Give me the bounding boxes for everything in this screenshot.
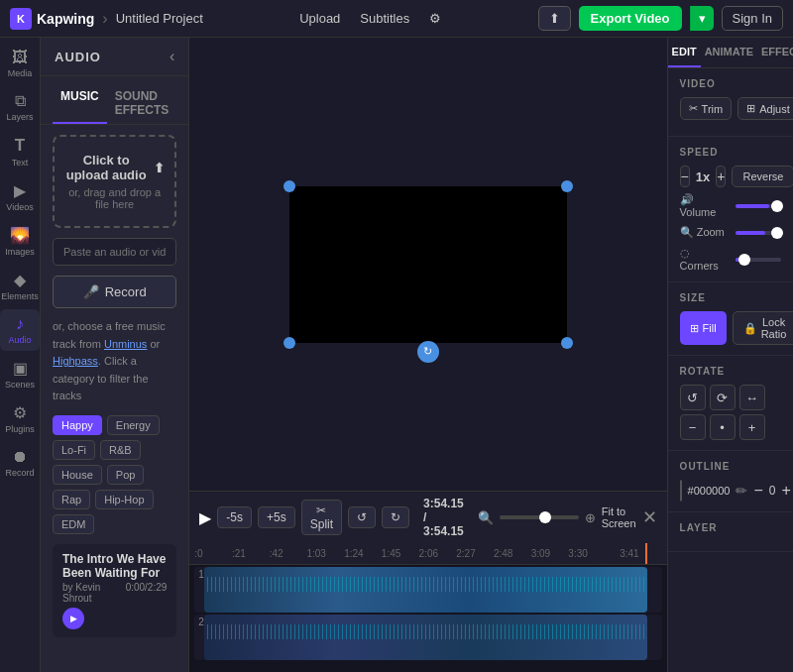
- share-button[interactable]: ⬆: [538, 6, 571, 31]
- upload-btn[interactable]: Upload: [299, 11, 340, 26]
- volume-icon: 🔊: [680, 193, 694, 205]
- tag-house[interactable]: House: [53, 465, 102, 485]
- close-timeline-button[interactable]: ✕: [642, 506, 657, 528]
- rotate-minus-button[interactable]: −: [680, 414, 706, 440]
- track-item[interactable]: The Intro We Have Been Waiting For by Ke…: [53, 544, 176, 637]
- timeline-track-1[interactable]: 1: [194, 567, 661, 613]
- tab-effects[interactable]: EFFECTS: [757, 38, 793, 67]
- size-section-title: SIZE: [680, 292, 781, 303]
- video-buttons: ✂ Trim ⊞ Adjust ⊡ Crop: [680, 97, 781, 120]
- fill-icon: ⊞: [690, 322, 699, 335]
- sidebar-label-plugins: Plugins: [5, 424, 35, 434]
- unminus-link[interactable]: Unminus: [104, 338, 147, 350]
- tab-edit[interactable]: EDIT: [668, 38, 701, 67]
- play-button[interactable]: ▶: [199, 508, 211, 527]
- zoom-slider-row: 🔍 Zoom: [680, 226, 781, 239]
- trim-button[interactable]: ✂ Trim: [680, 97, 733, 120]
- handle-bottom-left[interactable]: [283, 337, 295, 349]
- sidebar-item-plugins[interactable]: ⚙ Plugins: [0, 397, 40, 440]
- sidebar-item-text[interactable]: T Text: [0, 130, 40, 173]
- rotate-reset-button[interactable]: •: [710, 414, 736, 440]
- zoom-track[interactable]: [500, 515, 579, 519]
- fit-to-screen-button[interactable]: Fit to Screen: [602, 505, 636, 529]
- export-dropdown-button[interactable]: ▾: [690, 6, 714, 31]
- tag-happy[interactable]: Happy: [53, 415, 102, 435]
- tab-music[interactable]: MUSIC: [53, 84, 107, 124]
- fill-button[interactable]: ⊞ Fill: [680, 311, 727, 345]
- export-button[interactable]: Export Video: [579, 6, 682, 31]
- sidebar-item-audio[interactable]: ♪ Audio: [0, 309, 40, 351]
- outline-color-swatch[interactable]: [680, 480, 682, 502]
- sidebar-item-layers[interactable]: ⧉ Layers: [0, 86, 40, 128]
- sidebar-item-images[interactable]: 🌄 Images: [0, 220, 40, 263]
- flip-h-button[interactable]: ↔: [739, 385, 765, 410]
- handle-top-right[interactable]: [561, 180, 573, 192]
- project-name[interactable]: Untitled Project: [116, 11, 203, 26]
- skip-back-button[interactable]: -5s: [217, 506, 252, 528]
- tab-sound-effects[interactable]: SOUND EFFECTS: [107, 84, 177, 124]
- zoom-out-icon[interactable]: 🔍: [478, 510, 494, 525]
- playhead[interactable]: [645, 543, 647, 564]
- tag-edm[interactable]: EDM: [53, 514, 94, 534]
- timeline-ruler: :0 :21 :42 1:03 1:24 1:45 2:06 2:27 2:48…: [189, 543, 666, 565]
- speed-minus-button[interactable]: −: [680, 166, 690, 187]
- rotate-left-button[interactable]: ↺: [680, 385, 706, 410]
- tag-rap[interactable]: Rap: [53, 490, 90, 509]
- volume-thumb[interactable]: [771, 200, 783, 212]
- track-play-button[interactable]: ▶: [62, 608, 84, 629]
- volume-track[interactable]: [736, 204, 781, 208]
- sidebar-item-record[interactable]: ⏺ Record: [0, 442, 40, 484]
- sidebar-item-videos[interactable]: ▶ Videos: [0, 175, 40, 218]
- timeline-track-2[interactable]: 2: [194, 615, 661, 660]
- tag-rnb[interactable]: R&B: [100, 440, 141, 460]
- zoom-thumb[interactable]: [539, 511, 551, 523]
- split-button[interactable]: ✂ Split: [301, 500, 342, 535]
- zoom-icon: 🔍: [680, 226, 694, 238]
- sidebar-item-scenes[interactable]: ▣ Scenes: [0, 353, 40, 395]
- collapse-panel-button[interactable]: ‹: [170, 48, 174, 65]
- sidebar-label-videos: Videos: [6, 202, 33, 212]
- outline-edit-icon[interactable]: ✏: [736, 483, 747, 499]
- outline-minus-button[interactable]: −: [753, 482, 762, 500]
- tag-hiphop[interactable]: Hip-Hop: [95, 490, 153, 509]
- tag-energy[interactable]: Energy: [107, 415, 160, 435]
- handle-top-left[interactable]: [283, 180, 295, 192]
- outline-plus-button[interactable]: +: [781, 482, 790, 500]
- tab-animate[interactable]: ANIMATE: [701, 38, 757, 67]
- rotate-right-button[interactable]: ⟳: [710, 385, 736, 410]
- timeline-time: 3:54.15 / 3:54.15: [423, 497, 464, 538]
- upload-icon: ⬆: [154, 161, 165, 175]
- adjust-button[interactable]: ⊞ Adjust: [737, 97, 793, 120]
- subtitles-btn[interactable]: Subtitles: [360, 11, 409, 26]
- record-button[interactable]: 🎤 Record: [53, 276, 176, 308]
- right-panel: EDIT ANIMATE EFFECTS TIMING VIDEO ✂ Trim…: [667, 38, 793, 672]
- undo-button[interactable]: ↺: [348, 506, 376, 528]
- videos-icon: ▶: [14, 181, 26, 200]
- speed-plus-button[interactable]: +: [716, 166, 726, 187]
- rotate-plus-button[interactable]: +: [739, 414, 765, 440]
- reverse-button[interactable]: Reverse: [732, 166, 793, 187]
- highpass-link[interactable]: Highpass: [53, 355, 98, 367]
- lock-ratio-button[interactable]: 🔒 Lock Ratio: [733, 311, 793, 345]
- zoom-thumb[interactable]: [771, 227, 783, 239]
- tag-lofi[interactable]: Lo-Fi: [53, 440, 95, 460]
- ruler-mark-341: 3:41: [620, 548, 638, 559]
- corners-track[interactable]: [736, 258, 781, 262]
- url-input[interactable]: [53, 238, 176, 266]
- plugins-icon: ⚙: [13, 403, 27, 422]
- video-section-title: VIDEO: [680, 78, 781, 89]
- handle-bottom-right[interactable]: [561, 337, 573, 349]
- redo-button[interactable]: ↻: [382, 506, 409, 528]
- signin-button[interactable]: Sign In: [722, 6, 783, 31]
- settings-icon[interactable]: ⚙: [429, 11, 441, 26]
- tag-pop[interactable]: Pop: [107, 465, 145, 485]
- sidebar-item-elements[interactable]: ◆ Elements: [0, 265, 40, 307]
- sidebar-item-media[interactable]: 🖼 Media: [0, 43, 40, 84]
- track-name: The Intro We Have Been Waiting For: [62, 552, 167, 580]
- canvas-center-button[interactable]: ↻: [417, 341, 439, 363]
- upload-audio-box[interactable]: Click to upload audio ⬆ or, drag and dro…: [53, 135, 176, 228]
- zoom-track[interactable]: [736, 231, 781, 235]
- corners-thumb[interactable]: [738, 254, 750, 266]
- skip-fwd-button[interactable]: +5s: [258, 506, 295, 528]
- zoom-in-icon[interactable]: ⊕: [585, 510, 596, 525]
